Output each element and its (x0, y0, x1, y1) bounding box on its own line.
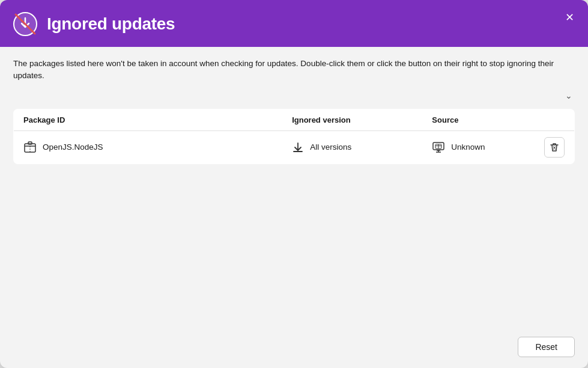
close-button[interactable]: ✕ (560, 8, 578, 26)
dialog-title: Ignored updates (47, 14, 175, 34)
cell-ignored-version: All versions (282, 130, 422, 164)
cell-source: Unknown (422, 130, 535, 164)
dialog-content: The packages listed here won't be taken … (0, 47, 588, 330)
package-icon (23, 141, 37, 154)
trash-icon (549, 142, 560, 153)
sort-row: ⌄ (13, 91, 575, 100)
description-text: The packages listed here won't be taken … (13, 58, 575, 82)
reset-button[interactable]: Reset (518, 337, 575, 357)
package-id-text: OpenJS.NodeJS (43, 143, 103, 152)
svg-rect-3 (25, 144, 35, 152)
delete-button[interactable] (544, 137, 565, 158)
dialog-footer: Reset (0, 330, 588, 368)
title-bar: Ignored updates ✕ (0, 0, 588, 47)
column-header-package-id: Package ID (14, 109, 283, 130)
ignored-version-text: All versions (310, 143, 351, 152)
svg-rect-4 (28, 142, 32, 144)
column-header-source: Source (422, 109, 535, 130)
column-header-action (535, 109, 575, 130)
sort-icon[interactable]: ⌄ (565, 91, 572, 100)
ignored-updates-dialog: Ignored updates ✕ The packages listed he… (0, 0, 588, 368)
cell-package-id: OpenJS.NodeJS (14, 130, 283, 164)
download-icon (292, 141, 304, 153)
table-row[interactable]: OpenJS.NodeJS All versions (14, 130, 575, 164)
no-updates-icon (12, 11, 38, 37)
cell-delete (535, 130, 575, 164)
source-text: Unknown (451, 143, 485, 152)
column-header-ignored-version: Ignored version (282, 109, 422, 130)
source-icon (432, 141, 445, 154)
table-header-row: Package ID Ignored version Source (14, 109, 575, 130)
packages-table: Package ID Ignored version Source (13, 109, 575, 164)
